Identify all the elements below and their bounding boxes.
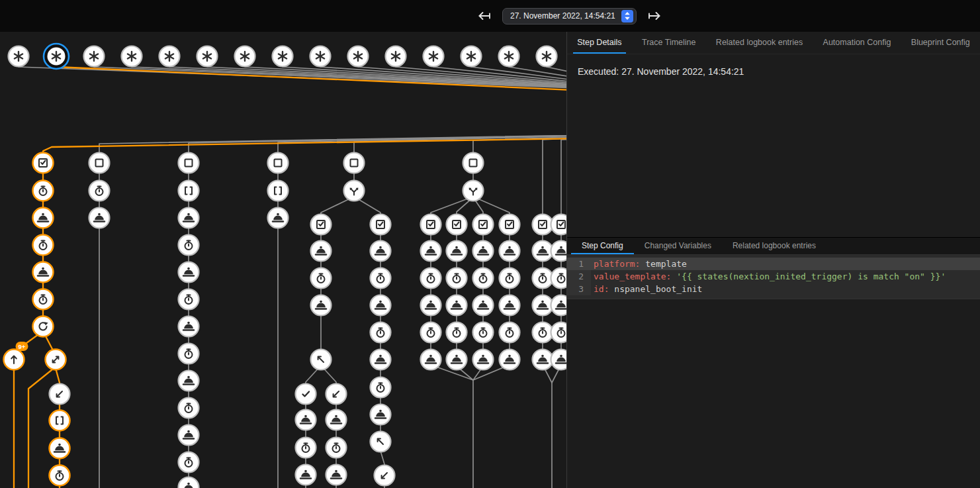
- trace-node-bell[interactable]: [33, 208, 54, 228]
- trace-node-square[interactable]: [463, 153, 484, 173]
- trace-node-timer[interactable]: [371, 268, 391, 289]
- trace-node-bell[interactable]: [551, 350, 567, 370]
- trace-node-timer[interactable]: [421, 322, 441, 343]
- trace-node-square[interactable]: [89, 153, 110, 173]
- trace-node-bell[interactable]: [533, 295, 553, 316]
- trace-node-bell[interactable]: [50, 438, 70, 459]
- trace-node-brackets[interactable]: [50, 411, 70, 431]
- trace-node-asterisk[interactable]: [348, 46, 369, 67]
- trace-node-timer[interactable]: [473, 268, 494, 289]
- trace-node-timer[interactable]: [533, 322, 553, 343]
- trace-node-brackets[interactable]: [268, 181, 289, 201]
- trace-node-square[interactable]: [179, 153, 199, 173]
- trace-node-bell[interactable]: [179, 371, 199, 391]
- trace-node-shuffle[interactable]: [463, 181, 484, 201]
- trace-node-bell[interactable]: [421, 241, 441, 262]
- trace-node-bell[interactable]: [296, 410, 316, 430]
- trace-node-timer[interactable]: [179, 289, 199, 310]
- trace-node-bell[interactable]: [447, 295, 467, 316]
- trace-node-bell[interactable]: [500, 241, 520, 262]
- tab-related-logbook-entries[interactable]: Related logbook entries: [712, 32, 807, 54]
- trace-node-asterisk[interactable]: [84, 46, 105, 67]
- trace-node-bell[interactable]: [371, 350, 391, 370]
- trace-node-checkbox[interactable]: [447, 215, 467, 235]
- trace-node-bell[interactable]: [311, 295, 332, 316]
- trace-node-bell[interactable]: [500, 295, 520, 316]
- trace-node-arrow-ul[interactable]: [371, 432, 391, 452]
- trace-node-square[interactable]: [344, 153, 365, 173]
- trace-node-timer[interactable]: [447, 268, 467, 289]
- trace-node-bell[interactable]: [311, 241, 332, 262]
- trace-node-checkbox[interactable]: [421, 215, 441, 235]
- trace-node-repeat[interactable]: [33, 317, 54, 337]
- trace-node-bell[interactable]: [89, 208, 110, 228]
- trace-node-bell[interactable]: [296, 465, 316, 485]
- trace-node-checkbox[interactable]: [311, 215, 332, 235]
- trace-node-timer[interactable]: [421, 268, 441, 289]
- trace-node-arrow-dl[interactable]: [50, 384, 70, 405]
- trace-node-timer[interactable]: [179, 235, 199, 256]
- previous-trace-button[interactable]: [475, 7, 492, 24]
- trace-node-bell[interactable]: [447, 241, 467, 262]
- trace-node-bell[interactable]: [421, 295, 441, 316]
- trace-node-checkbox[interactable]: [33, 153, 54, 173]
- trace-node-bell[interactable]: [33, 262, 54, 283]
- tab-changed-variables[interactable]: Changed Variables: [634, 238, 722, 254]
- trace-node-bell[interactable]: [179, 208, 199, 228]
- code-line[interactable]: 3id: nspanel_boot_init: [567, 283, 980, 295]
- trace-node-asterisk[interactable]: [423, 46, 444, 67]
- tab-blueprint-config[interactable]: Blueprint Config: [907, 32, 974, 54]
- trace-node-bell[interactable]: [473, 241, 494, 262]
- trace-node-bell[interactable]: [371, 241, 391, 262]
- trace-node-bell[interactable]: [421, 350, 441, 370]
- trace-node-timer[interactable]: [500, 322, 520, 343]
- trace-node-timer[interactable]: [296, 438, 316, 458]
- trace-node-bell[interactable]: [371, 405, 391, 425]
- trace-node-checkbox[interactable]: [473, 215, 494, 235]
- next-trace-button[interactable]: [646, 7, 664, 24]
- trace-node-checkbox[interactable]: [371, 215, 391, 235]
- trace-node-timer[interactable]: [179, 452, 199, 473]
- trace-node-square[interactable]: [268, 153, 289, 173]
- trace-node-asterisk[interactable]: [461, 46, 482, 67]
- trace-node-shuffle[interactable]: [344, 181, 365, 201]
- trace-node-bell[interactable]: [326, 410, 347, 430]
- trace-node-timer[interactable]: [33, 235, 54, 256]
- trace-node-asterisk[interactable]: [499, 46, 519, 67]
- trace-node-asterisk[interactable]: [122, 46, 142, 67]
- trace-node-asterisk[interactable]: [273, 46, 293, 67]
- trace-node-timer[interactable]: [371, 322, 391, 343]
- trace-node-bell[interactable]: [447, 350, 467, 370]
- trace-node-bell[interactable]: [551, 295, 567, 316]
- tab-step-config[interactable]: Step Config: [571, 238, 634, 254]
- trace-node-bell[interactable]: [179, 425, 199, 446]
- trace-node-timer[interactable]: [33, 181, 54, 201]
- trace-node-arrow-up[interactable]: [4, 350, 24, 370]
- trace-node-timer[interactable]: [33, 289, 54, 310]
- trace-node-timer[interactable]: [326, 438, 347, 458]
- trace-node-bell[interactable]: [179, 262, 199, 283]
- trace-node-timer[interactable]: [371, 377, 391, 398]
- trace-node-asterisk[interactable]: [310, 46, 331, 67]
- trace-node-timer[interactable]: [551, 268, 567, 289]
- trace-node-asterisk[interactable]: [386, 46, 406, 67]
- trace-node-checkbox[interactable]: [551, 215, 567, 235]
- trace-node-timer[interactable]: [473, 322, 494, 343]
- trace-node-bell[interactable]: [533, 241, 553, 262]
- trace-node-bell[interactable]: [268, 208, 289, 228]
- trace-node-timer[interactable]: [179, 398, 199, 418]
- trace-node-bell[interactable]: [371, 295, 391, 316]
- code-line[interactable]: 1platform: template: [567, 258, 980, 270]
- code-line[interactable]: 2value_template: '{{ states(nextion_init…: [567, 270, 980, 283]
- trace-node-brackets[interactable]: [179, 181, 199, 201]
- trace-node-timer[interactable]: [311, 268, 332, 289]
- trace-node-bell[interactable]: [533, 350, 553, 370]
- trace-node-timer[interactable]: [551, 322, 567, 343]
- trace-node-bell[interactable]: [326, 465, 347, 485]
- trace-node-bell[interactable]: [500, 350, 520, 370]
- trace-node-bell[interactable]: [179, 317, 199, 337]
- trace-node-bell[interactable]: [551, 241, 567, 262]
- trace-node-timer[interactable]: [50, 465, 70, 486]
- trace-node-asterisk[interactable]: [197, 46, 218, 67]
- tab-automation-config[interactable]: Automation Config: [819, 32, 895, 54]
